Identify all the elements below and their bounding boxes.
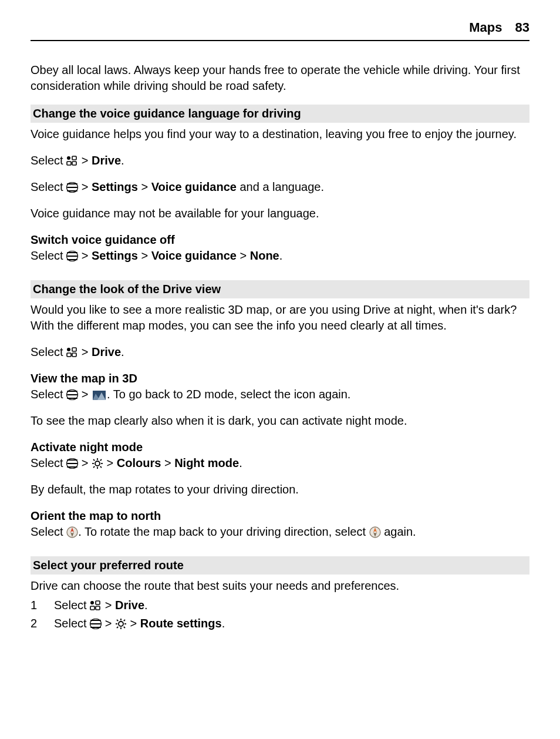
select-voice-off: Select > Settings > Voice guidance > Non…: [31, 248, 529, 264]
label-select: Select: [31, 249, 66, 262]
period: .: [279, 249, 283, 262]
breadcrumb-gt: >: [141, 180, 151, 193]
step-content: Select > Drive.: [54, 597, 148, 613]
label-select: Select: [54, 599, 90, 612]
breadcrumb-gt: >: [130, 617, 140, 630]
3d-map-icon: [93, 391, 106, 400]
voice-language-desc: Voice guidance helps you find your way t…: [31, 126, 529, 142]
label-colours: Colours: [117, 456, 161, 469]
gear-icon: [115, 619, 127, 629]
apps-icon: [66, 156, 78, 166]
label-settings: Settings: [92, 180, 138, 193]
label-drive: Drive: [115, 599, 144, 612]
compass-icon: [369, 526, 381, 538]
breadcrumb-gt: >: [164, 456, 174, 469]
breadcrumb-gt: >: [82, 249, 92, 262]
label-voice-guidance: Voice guidance: [151, 180, 237, 193]
section-title-voice-language: Change the voice guidance language for d…: [31, 105, 529, 123]
breadcrumb-gt: >: [105, 617, 115, 630]
period: .: [144, 599, 148, 612]
page-number: 83: [515, 19, 529, 36]
period: .: [121, 154, 124, 167]
steps-list: 1 Select > Drive. 2 Select > > Route set…: [31, 597, 529, 631]
rotate-note: By default, the map rotates to your driv…: [31, 482, 529, 498]
breadcrumb-gt: >: [105, 599, 115, 612]
menu-icon: [66, 251, 78, 261]
drive-view-desc: Would you like to see a more realistic 3…: [31, 302, 529, 334]
step-1: 1 Select > Drive.: [31, 597, 529, 613]
compass-icon: [66, 526, 78, 538]
step-number: 2: [31, 616, 41, 631]
menu-icon: [66, 458, 78, 469]
subheading-switch-voice-off: Switch voice guidance off: [31, 232, 529, 248]
breadcrumb-gt: >: [82, 180, 92, 193]
select-apps-drive: Select > Drive.: [31, 153, 529, 169]
step-content: Select > > Route settings.: [54, 616, 225, 631]
menu-icon: [66, 389, 78, 400]
period: .: [239, 456, 242, 469]
label-select: Select: [31, 180, 66, 193]
label-select: Select: [31, 345, 66, 358]
label-drive: Drive: [92, 154, 121, 167]
select-menu-settings-voice: Select > Settings > Voice guidance and a…: [31, 179, 529, 195]
page: Maps 83 Obey all local laws. Always keep…: [0, 0, 560, 657]
apps-icon: [66, 347, 78, 358]
breadcrumb-gt: >: [141, 249, 151, 262]
label-settings: Settings: [92, 249, 138, 262]
breadcrumb-gt: >: [82, 456, 92, 469]
subheading-night-mode: Activate night mode: [31, 439, 529, 455]
section-title-preferred-route: Select your preferred route: [31, 556, 529, 575]
label-night-mode: Night mode: [174, 456, 239, 469]
subheading-orient-north: Orient the map to north: [31, 508, 529, 524]
section-title-drive-view: Change the look of the Drive view: [31, 280, 529, 298]
subheading-view-3d: View the map in 3D: [31, 371, 529, 387]
select-night-mode: Select > > Colours > Night mode.: [31, 455, 529, 471]
label-drive: Drive: [92, 345, 121, 358]
period: .: [222, 617, 225, 630]
period: .: [121, 345, 124, 358]
rest-3d: . To go back to 2D mode, select the icon…: [107, 388, 350, 401]
label-route-settings: Route settings: [140, 617, 222, 630]
orient-rest2: again.: [381, 525, 416, 538]
label-select: Select: [31, 456, 66, 469]
breadcrumb-gt: >: [82, 154, 92, 167]
dark-note: To see the map clearly also when it is d…: [31, 413, 529, 429]
menu-icon: [66, 182, 78, 193]
select-3d: Select > . To go back to 2D mode, select…: [31, 387, 529, 402]
chapter-title: Maps: [469, 19, 502, 36]
preferred-route-desc: Drive can choose the route that best sui…: [31, 578, 529, 594]
label-select: Select: [31, 154, 66, 167]
step-2: 2 Select > > Route settings.: [31, 616, 529, 631]
breadcrumb-gt: >: [239, 249, 249, 262]
label-select: Select: [31, 525, 66, 538]
apps-icon: [90, 600, 102, 611]
voice-lang-note: Voice guidance may not be available for …: [31, 206, 529, 221]
breadcrumb-gt: >: [82, 388, 92, 401]
breadcrumb-gt: >: [107, 456, 117, 469]
select-orient: Select . To rotate the map back to your …: [31, 524, 529, 540]
label-none: None: [250, 249, 279, 262]
breadcrumb-gt: >: [82, 345, 92, 358]
label-select: Select: [54, 617, 90, 630]
gear-icon: [92, 458, 103, 469]
select-apps-drive-2: Select > Drive.: [31, 344, 529, 360]
label-select: Select: [31, 388, 66, 401]
intro-paragraph: Obey all local laws. Always keep your ha…: [31, 62, 529, 94]
page-header: Maps 83: [31, 19, 529, 41]
step-number: 1: [31, 597, 41, 613]
orient-rest1: . To rotate the map back to your driving…: [78, 525, 369, 538]
label-voice-guidance: Voice guidance: [151, 249, 237, 262]
menu-icon: [90, 619, 102, 629]
label-and-language: and a language.: [237, 180, 324, 193]
